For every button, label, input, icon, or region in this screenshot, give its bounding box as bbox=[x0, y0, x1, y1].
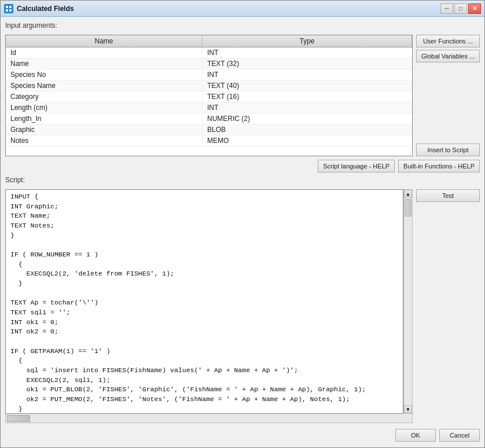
user-functions-button[interactable]: User Functions ... bbox=[416, 35, 480, 47]
scroll-thumb[interactable] bbox=[405, 199, 411, 216]
script-content[interactable]: INPUT { INT Graphic; TEXT Name; TEXT Not… bbox=[5, 189, 403, 414]
close-button[interactable]: ✕ bbox=[468, 3, 481, 14]
script-text: INPUT { INT Graphic; TEXT Name; TEXT Not… bbox=[6, 190, 403, 414]
cell-name: Id bbox=[6, 47, 203, 58]
cell-name: Length_In bbox=[6, 113, 203, 124]
table-body[interactable]: IdINTNameTEXT (32)Species NoINTSpecies N… bbox=[6, 47, 412, 156]
table-row[interactable]: Species NoINT bbox=[6, 69, 412, 80]
table-row[interactable]: CategoryTEXT (16) bbox=[6, 91, 412, 102]
right-button-panel: User Functions ... Global Variables ... … bbox=[416, 35, 480, 156]
cell-name: Graphic bbox=[6, 124, 203, 135]
window-icon bbox=[4, 4, 13, 13]
script-section: INPUT { INT Graphic; TEXT Name; TEXT Not… bbox=[5, 189, 480, 423]
table-header: Name Type bbox=[6, 35, 412, 47]
cancel-button[interactable]: Cancel bbox=[439, 429, 480, 442]
maximize-button[interactable]: □ bbox=[454, 3, 467, 14]
cell-type: NUMERIC (2) bbox=[203, 113, 412, 124]
script-vertical-scrollbar[interactable]: ▲ ▼ bbox=[403, 189, 413, 414]
cell-type: INT bbox=[203, 102, 412, 113]
input-args-section: Name Type IdINTNameTEXT (32)Species NoIN… bbox=[5, 35, 480, 156]
svg-rect-2 bbox=[6, 9, 8, 12]
scroll-track bbox=[404, 198, 412, 405]
table-row[interactable]: Length_InNUMERIC (2) bbox=[6, 113, 412, 124]
script-help-row: Script language - HELP Built-in Function… bbox=[5, 160, 480, 172]
cell-name: Length (cm) bbox=[6, 102, 203, 113]
ok-button[interactable]: OK bbox=[395, 429, 436, 442]
cell-type: TEXT (40) bbox=[203, 80, 412, 91]
cell-type: TEXT (32) bbox=[203, 58, 412, 69]
title-bar: Calculated Fields ─ □ ✕ bbox=[1, 1, 484, 17]
script-editor-wrapper: INPUT { INT Graphic; TEXT Name; TEXT Not… bbox=[5, 189, 413, 414]
built-in-functions-help-button[interactable]: Built-in Functions - HELP bbox=[398, 160, 480, 172]
window-title: Calculated Fields bbox=[17, 5, 440, 13]
col-header-name: Name bbox=[6, 35, 203, 47]
main-content: Input arguments: Name Type IdINTNameTEXT… bbox=[1, 17, 484, 447]
svg-rect-0 bbox=[6, 6, 8, 8]
scroll-down-arrow[interactable]: ▼ bbox=[404, 405, 412, 413]
script-horizontal-scrollbar[interactable] bbox=[5, 414, 413, 423]
cell-name: Name bbox=[6, 58, 203, 69]
input-args-label: Input arguments: bbox=[5, 21, 480, 30]
scroll-up-arrow[interactable]: ▲ bbox=[404, 190, 412, 198]
table-row[interactable]: IdINT bbox=[6, 47, 412, 58]
cell-name: Notes bbox=[6, 135, 203, 146]
col-header-type: Type bbox=[203, 35, 412, 47]
bottom-bar: OK Cancel bbox=[5, 427, 480, 443]
script-right-panel: Test bbox=[416, 189, 480, 423]
table-row[interactable]: NotesMEMO bbox=[6, 135, 412, 146]
arguments-table: Name Type IdINTNameTEXT (32)Species NoIN… bbox=[5, 35, 413, 156]
window-controls: ─ □ ✕ bbox=[440, 3, 481, 14]
table-row[interactable]: GraphicBLOB bbox=[6, 124, 412, 135]
cell-type: MEMO bbox=[203, 135, 412, 146]
cell-type: INT bbox=[203, 47, 412, 58]
table-row[interactable]: Length (cm)INT bbox=[6, 102, 412, 113]
cell-type: INT bbox=[203, 69, 412, 80]
calculated-fields-window: Calculated Fields ─ □ ✕ Input arguments:… bbox=[0, 0, 485, 448]
svg-rect-1 bbox=[9, 6, 12, 8]
script-label: Script: bbox=[5, 176, 480, 184]
insert-to-script-button[interactable]: Insert to Script bbox=[416, 144, 480, 156]
table-row[interactable]: Species NameTEXT (40) bbox=[6, 80, 412, 91]
minimize-button[interactable]: ─ bbox=[440, 3, 453, 14]
svg-rect-3 bbox=[9, 9, 12, 12]
cell-type: TEXT (16) bbox=[203, 91, 412, 102]
script-language-help-button[interactable]: Script language - HELP bbox=[318, 160, 395, 172]
cell-name: Species Name bbox=[6, 80, 203, 91]
cell-name: Category bbox=[6, 91, 203, 102]
table-row[interactable]: NameTEXT (32) bbox=[6, 58, 412, 69]
cell-name: Species No bbox=[6, 69, 203, 80]
global-variables-button[interactable]: Global Variables ... bbox=[416, 50, 480, 63]
test-button[interactable]: Test bbox=[416, 189, 480, 202]
script-editor-area: INPUT { INT Graphic; TEXT Name; TEXT Not… bbox=[5, 189, 413, 423]
cell-type: BLOB bbox=[203, 124, 412, 135]
